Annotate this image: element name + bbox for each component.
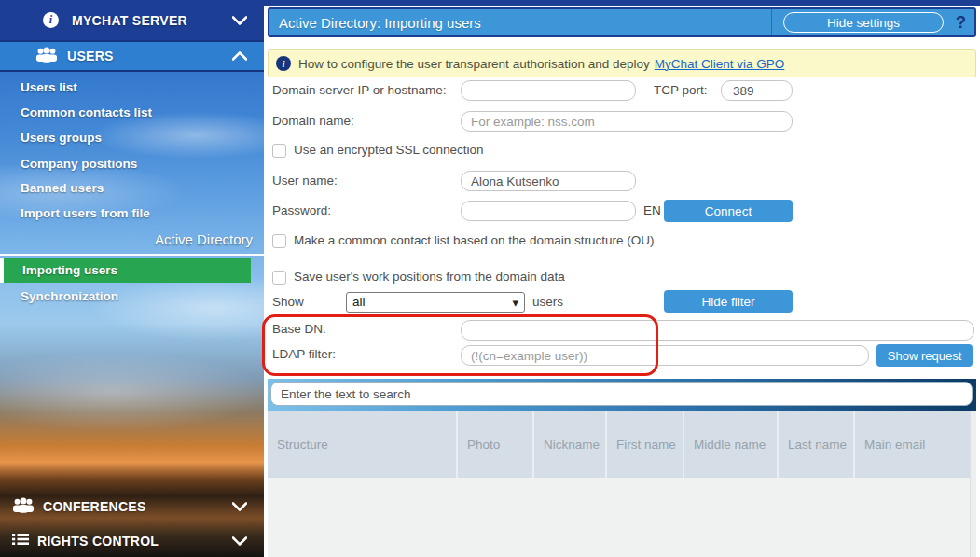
sidebar-section-conferences[interactable]: CONFERENCES [0,493,264,521]
chevron-down-icon [232,12,247,29]
connect-button[interactable]: Connect [664,200,793,222]
main-panel: Active Directory: Importing users Hide s… [264,0,980,557]
sidebar: i MYCHAT SERVER USERS Users list Common … [0,0,264,557]
base-dn-label: Base DN: [272,319,326,340]
column-header-nickname[interactable]: Nickname [532,411,605,478]
chevron-up-icon [232,48,247,64]
domain-name-label: Domain name: [272,111,354,132]
column-header-last-name[interactable]: Last name [777,411,853,478]
chevron-down-icon [232,498,247,515]
info-icon: i [276,56,291,71]
ldap-filter-label: LDAP filter: [272,344,336,365]
sidebar-section-rights-control[interactable]: RIGHTS CONTROL [0,528,264,554]
column-header-structure[interactable]: Structure [268,411,456,478]
active-directory-group-header: Active Directory [0,230,264,249]
titlebar-actions: Hide settings ? [771,9,974,35]
select-arrow-icon: ▾ [512,293,518,313]
sidebar-section-mychat-server[interactable]: i MYCHAT SERVER [0,0,264,40]
password-label: Password: [272,201,331,221]
users-icon [35,47,58,66]
hide-settings-button[interactable]: Hide settings [783,12,944,33]
users-suffix-label: users [532,292,563,313]
column-header-photo[interactable]: Photo [456,411,532,478]
ssl-checkbox-label: Use an encrypted SSL connection [294,140,484,160]
tcp-port-label: TCP port: [654,80,708,101]
mychat-admin-screen: i MYCHAT SERVER USERS Users list Common … [0,0,980,557]
sidebar-item-common-contacts-list[interactable]: Common contacts list [21,104,152,122]
common-contact-list-checkbox[interactable] [272,234,286,248]
column-header-main-email[interactable]: Main email [853,411,970,478]
sidebar-conferences-label: CONFERENCES [43,499,146,514]
password-input[interactable] [461,201,636,221]
page-title: Active Directory: Importing users [269,15,481,31]
show-label: Show [272,292,304,313]
domain-name-input[interactable] [461,111,793,132]
sidebar-users-label: USERS [67,49,114,63]
keyboard-layout-indicator: EN [643,201,661,221]
hide-filter-button[interactable]: Hide filter [664,290,793,313]
sidebar-rights-control-label: RIGHTS CONTROL [37,534,159,549]
sidebar-item-company-positions[interactable]: Company positions [21,155,137,174]
save-positions-checkbox-label: Save user's work positions from the doma… [294,267,565,287]
list-icon [12,533,29,550]
sidebar-item-label: Importing users [22,263,117,277]
gpo-link[interactable]: MyChat Client via GPO [655,57,785,71]
save-positions-checkbox[interactable] [272,271,286,285]
table-body-empty [268,478,970,557]
info-icon: i [43,12,59,28]
column-header-first-name[interactable]: First name [605,411,683,478]
sidebar-item-banned-users[interactable]: Banned users [21,179,104,198]
search-input[interactable] [270,382,973,406]
ssl-checkbox[interactable] [272,144,286,158]
sidebar-section-users[interactable]: USERS [0,40,264,72]
domain-server-label: Domain server IP or hostname: [272,80,447,101]
user-name-label: User name: [272,171,338,191]
domain-server-input[interactable] [461,80,636,101]
sidebar-server-label: MYCHAT SERVER [72,13,187,28]
column-header-middle-name[interactable]: Middle name [683,411,777,478]
help-icon[interactable]: ? [956,13,966,33]
base-dn-input[interactable] [461,320,974,341]
titlebar: Active Directory: Importing users Hide s… [268,7,976,37]
ldap-filter-input[interactable] [461,345,869,366]
top-border-strip [264,0,980,6]
user-name-input[interactable] [461,171,636,191]
sidebar-item-users-list[interactable]: Users list [21,78,77,97]
show-users-select-value: all [352,295,366,309]
table-scrollbar-track[interactable] [970,411,976,557]
chevron-down-icon [232,533,247,550]
sidebar-item-importing-users[interactable]: Importing users [0,258,251,283]
conferences-icon [12,497,35,517]
info-banner-text: How to configure the user transparent au… [298,57,650,71]
sidebar-item-synchronization[interactable]: Synchronization [21,287,118,306]
tcp-port-input[interactable] [721,80,793,101]
info-banner: i How to configure the user transparent … [268,49,976,77]
show-request-button[interactable]: Show request [876,344,973,367]
common-contact-list-checkbox-label: Make a common contact list based on the … [294,230,654,251]
sidebar-item-users-groups[interactable]: Users groups [21,129,102,147]
sidebar-item-import-users-from-file[interactable]: Import users from file [21,204,150,223]
sidebar-divider [0,254,264,256]
show-users-select[interactable]: all ▾ [346,292,525,313]
table-header-row: Structure Photo Nickname First name Midd… [268,411,970,478]
